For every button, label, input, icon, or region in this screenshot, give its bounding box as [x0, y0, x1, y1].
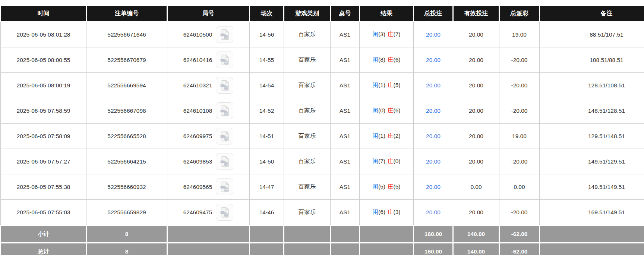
cell-time: 2025-06-05 08:00:19: [1, 73, 86, 98]
cell-payout: 0.00: [499, 174, 540, 200]
cell-time: 2025-06-05 07:57:27: [1, 149, 86, 174]
total-bet-link[interactable]: 20.00: [426, 209, 441, 215]
round-number: 624610416: [183, 57, 212, 63]
result-banker-score: (6): [394, 107, 401, 113]
video-file-icon: [220, 156, 230, 167]
cell-table-no: AS1: [331, 47, 360, 73]
video-file-icon: [220, 55, 230, 65]
total-bet-link[interactable]: 20.00: [426, 31, 441, 38]
cell-remark: 149.51/149.51: [540, 174, 644, 200]
cell-game-type: 百家乐: [284, 22, 331, 47]
cell-table-no: AS1: [331, 22, 360, 47]
cell-valid-bet: 20.00: [453, 22, 499, 47]
summary-empty-round: [167, 243, 250, 255]
column-header-game: 游戏类别: [284, 6, 331, 22]
video-file-icon: [220, 207, 230, 218]
result-banker-label: 庄: [388, 183, 394, 190]
cell-result: 闲(1)庄(2): [360, 124, 414, 149]
total-bet-link[interactable]: 20.00: [426, 184, 441, 190]
cell-table-no: AS1: [331, 98, 360, 124]
result-banker-label: 庄: [388, 82, 394, 88]
summary-total-bet: 160.00: [414, 226, 453, 243]
result-player-score: (7): [378, 158, 385, 164]
cell-game-type: 百家乐: [284, 174, 331, 200]
summary-empty-round: [167, 226, 250, 243]
result-player-label: 闲: [373, 82, 379, 88]
round-number: 624609853: [183, 158, 212, 165]
cell-valid-bet: 20.00: [453, 200, 499, 226]
video-replay-button[interactable]: [216, 204, 233, 221]
result-banker-score: (2): [394, 133, 401, 139]
cell-session: 14-56: [250, 22, 284, 47]
bet-record-row: 2025-06-05 08:00:55 522556670679 6246104…: [1, 47, 644, 73]
cell-time: 2025-06-05 07:55:38: [1, 174, 86, 200]
total-bet-link[interactable]: 20.00: [426, 57, 441, 63]
cell-payout: -20.00: [499, 47, 540, 73]
cell-table-no: AS1: [331, 200, 360, 226]
summary-empty-result: [360, 226, 414, 243]
bet-records-table: 时间注单编号局号场次游戏类别桌号结果总投注有效投注总派彩备注 2025-06-0…: [0, 5, 644, 255]
cell-game-type: 百家乐: [284, 200, 331, 226]
cell-round: 624609475: [167, 200, 250, 226]
result-player-score: (8): [378, 56, 385, 63]
result-player-score: (6): [378, 209, 385, 215]
cell-bet-id: 522556664215: [86, 149, 167, 174]
summary-empty-table: [331, 226, 360, 243]
result-player-score: (1): [378, 82, 385, 88]
total-bet-link[interactable]: 20.00: [426, 158, 441, 165]
round-number: 624609565: [183, 184, 212, 190]
cell-bet-id: 522556659829: [86, 200, 167, 226]
result-player-label: 闲: [373, 56, 379, 63]
total-bet-link[interactable]: 20.00: [426, 108, 441, 114]
cell-result: 闲(5)庄(5): [360, 174, 414, 200]
summary-empty-table: [331, 243, 360, 255]
round-number: 624610108: [183, 108, 212, 114]
column-header-remark: 备注: [540, 6, 644, 22]
result-banker-label: 庄: [388, 209, 394, 215]
cell-result: 闲(3)庄(7): [360, 22, 414, 47]
total-bet-link[interactable]: 20.00: [426, 82, 441, 88]
video-replay-button[interactable]: [216, 52, 233, 68]
total-bet-link[interactable]: 20.00: [426, 133, 441, 139]
video-replay-button[interactable]: [216, 77, 233, 94]
result-player-label: 闲: [373, 209, 379, 215]
cell-valid-bet: 0.00: [453, 174, 499, 200]
summary-valid-bet: 140.00: [453, 243, 499, 255]
column-header-total_bet: 总投注: [414, 6, 453, 22]
video-replay-button[interactable]: [216, 153, 233, 170]
cell-remark: 129.51/148.51: [540, 124, 644, 149]
cell-session: 14-55: [250, 47, 284, 73]
cell-session: 14-52: [250, 98, 284, 124]
result-banker-label: 庄: [388, 133, 394, 139]
cell-time: 2025-06-05 07:58:09: [1, 124, 86, 149]
cell-time: 2025-06-05 08:01:28: [1, 22, 86, 47]
summary-payout: -62.00: [499, 226, 540, 243]
cell-bet-id: 522556667098: [86, 98, 167, 124]
result-banker-score: (3): [394, 209, 401, 215]
bet-record-row: 2025-06-05 07:58:59 522556667098 6246101…: [1, 98, 644, 124]
summary-total-bet: 160.00: [414, 243, 453, 255]
cell-result: 闲(7)庄(0): [360, 149, 414, 174]
bet-records-page: 时间注单编号局号场次游戏类别桌号结果总投注有效投注总派彩备注 2025-06-0…: [0, 0, 644, 255]
cell-time: 2025-06-05 07:55:03: [1, 200, 86, 226]
cell-bet-id: 522556660932: [86, 174, 167, 200]
result-banker-score: (0): [394, 158, 401, 164]
video-replay-button[interactable]: [216, 178, 233, 195]
video-replay-button[interactable]: [216, 102, 233, 119]
bet-record-row: 2025-06-05 07:55:38 522556660932 6246095…: [1, 174, 644, 200]
cell-payout: 19.00: [499, 22, 540, 47]
cell-result: 闲(8)庄(6): [360, 47, 414, 73]
result-player-label: 闲: [373, 133, 379, 139]
cell-valid-bet: 20.00: [453, 124, 499, 149]
cell-round: 624610500: [167, 22, 250, 47]
result-banker-score: (6): [394, 56, 401, 63]
summary-empty-game: [284, 226, 331, 243]
cell-total-bet: 20.00: [414, 149, 453, 174]
result-player-label: 闲: [373, 107, 379, 113]
cell-session: 14-50: [250, 149, 284, 174]
video-replay-button[interactable]: [216, 128, 233, 144]
video-replay-button[interactable]: [216, 26, 233, 43]
result-banker-score: (7): [394, 31, 401, 37]
cell-game-type: 百家乐: [284, 47, 331, 73]
cell-payout: 19.00: [499, 124, 540, 149]
